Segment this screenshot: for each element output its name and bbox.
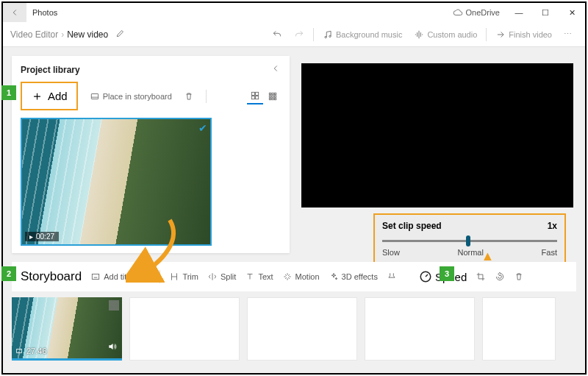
trash-icon — [514, 272, 524, 282]
window-titlebar: Photos OneDrive — ☐ ✕ — [3, 3, 585, 22]
more-button[interactable]: ⋯ — [564, 29, 572, 39]
rotate-button[interactable] — [495, 272, 505, 282]
text-button[interactable]: Text — [245, 272, 273, 282]
grid-small-icon — [268, 91, 278, 102]
finish-video-button[interactable]: Finish video — [495, 29, 552, 40]
svg-rect-2 — [256, 92, 259, 95]
command-bar: Video Editor › New video Background musi… — [3, 22, 585, 47]
title-card-icon — [90, 272, 101, 282]
audio-icon — [414, 29, 424, 40]
storyboard-empty-slot[interactable] — [129, 297, 240, 361]
storyboard-clip[interactable]: 27.46 — [12, 297, 122, 361]
thumbnail-duration: ▸ 00:27 — [25, 232, 59, 241]
storyboard-empty-slot[interactable] — [247, 297, 357, 361]
minimize-button[interactable]: — — [506, 3, 532, 22]
breadcrumb-current: New video — [67, 29, 108, 40]
delete-media-button[interactable] — [184, 91, 194, 102]
svg-rect-1 — [251, 92, 254, 95]
onedrive-status[interactable]: OneDrive — [453, 7, 500, 18]
selected-check-icon: ✔ — [198, 122, 207, 134]
sparkle-icon — [329, 272, 339, 282]
storyboard-empty-slot[interactable] — [482, 297, 556, 361]
crop-icon — [476, 272, 486, 282]
svg-rect-5 — [269, 93, 270, 94]
clip-duration: 27.46 — [15, 347, 47, 355]
export-icon — [495, 29, 506, 40]
speed-label-slow: Slow — [382, 248, 400, 257]
svg-rect-14 — [93, 274, 99, 280]
motion-button[interactable]: Motion — [282, 272, 320, 282]
storyboard-track: 27.46 — [12, 297, 576, 361]
speed-label-fast: Fast — [542, 248, 557, 257]
set-clip-speed-popup: Set clip speed 1x Slow Normal Fast ▲ — [373, 213, 566, 264]
annotation-step-2: 2 — [1, 266, 16, 281]
annotation-step-1: 1 — [1, 85, 16, 100]
filter-icon — [387, 272, 397, 282]
trim-button[interactable]: Trim — [169, 272, 198, 282]
storyboard-icon — [90, 91, 100, 102]
view-large-grid-button[interactable] — [247, 88, 263, 104]
project-library-title: Project library — [21, 65, 80, 75]
place-in-storyboard-button[interactable]: Place in storyboard — [90, 91, 172, 102]
arrow-left-icon — [10, 7, 20, 18]
svg-rect-7 — [274, 93, 276, 94]
annotation-step-3: 3 — [440, 266, 454, 281]
video-preview[interactable] — [301, 63, 573, 207]
clip-audio-button[interactable] — [107, 341, 118, 354]
grid-large-icon — [250, 91, 260, 101]
sound-icon — [107, 341, 118, 352]
svg-rect-0 — [91, 93, 98, 99]
svg-rect-9 — [272, 95, 273, 96]
storyboard-empty-slot[interactable] — [365, 297, 475, 361]
undo-button[interactable] — [272, 29, 282, 40]
back-button[interactable] — [3, 3, 26, 22]
breadcrumb-root[interactable]: Video Editor — [10, 29, 58, 40]
thumbnail-image — [22, 119, 210, 244]
svg-rect-8 — [269, 95, 270, 96]
view-small-grid-button[interactable] — [265, 88, 281, 104]
text-icon — [245, 272, 255, 282]
speedometer-icon — [419, 270, 432, 283]
rotate-icon — [495, 272, 505, 282]
delete-clip-button[interactable] — [514, 272, 524, 282]
app-title: Photos — [26, 8, 453, 17]
library-thumbnail[interactable]: ✔ ▸ 00:27 — [21, 118, 212, 246]
svg-rect-16 — [17, 350, 22, 353]
pencil-icon — [115, 28, 126, 38]
3d-effects-button[interactable]: 3D effects — [329, 272, 378, 282]
svg-rect-10 — [274, 95, 276, 96]
split-icon — [207, 272, 218, 282]
undo-icon — [272, 29, 282, 40]
speed-multiplier: 1x — [548, 221, 557, 231]
speed-popup-title: Set clip speed — [382, 221, 442, 231]
speed-slider[interactable] — [382, 240, 557, 242]
svg-rect-12 — [272, 98, 273, 99]
maximize-button[interactable]: ☐ — [532, 3, 559, 22]
project-library-panel: Project library ＋ Add Place in storyboar… — [12, 56, 290, 253]
svg-rect-13 — [274, 98, 276, 99]
music-icon — [323, 29, 333, 40]
split-button[interactable]: Split — [207, 272, 236, 282]
svg-rect-6 — [272, 93, 273, 94]
custom-audio-button[interactable]: Custom audio — [414, 29, 477, 40]
filters-button[interactable] — [387, 272, 397, 282]
svg-rect-11 — [269, 98, 270, 99]
redo-icon — [294, 29, 304, 40]
add-title-card-button[interactable]: Add title card — [90, 272, 151, 282]
collapse-library-button[interactable] — [270, 63, 281, 76]
rename-button[interactable] — [115, 28, 126, 40]
chevron-left-icon — [270, 63, 281, 74]
clip-selection-handle[interactable] — [109, 300, 119, 311]
add-media-button[interactable]: ＋ Add — [21, 82, 78, 110]
redo-button[interactable] — [294, 29, 304, 40]
storyboard-toolbar: Storyboard Add title card Trim Split Tex… — [12, 262, 576, 291]
duration-icon — [15, 347, 24, 355]
background-music-button[interactable]: Background music — [323, 29, 403, 40]
trim-icon — [169, 272, 179, 282]
svg-rect-3 — [251, 96, 254, 99]
storyboard-title: Storyboard — [21, 269, 82, 284]
close-button[interactable]: ✕ — [559, 3, 585, 22]
speed-label-normal: Normal — [457, 248, 483, 257]
resize-button[interactable] — [476, 272, 486, 282]
speed-slider-thumb[interactable] — [466, 235, 470, 246]
